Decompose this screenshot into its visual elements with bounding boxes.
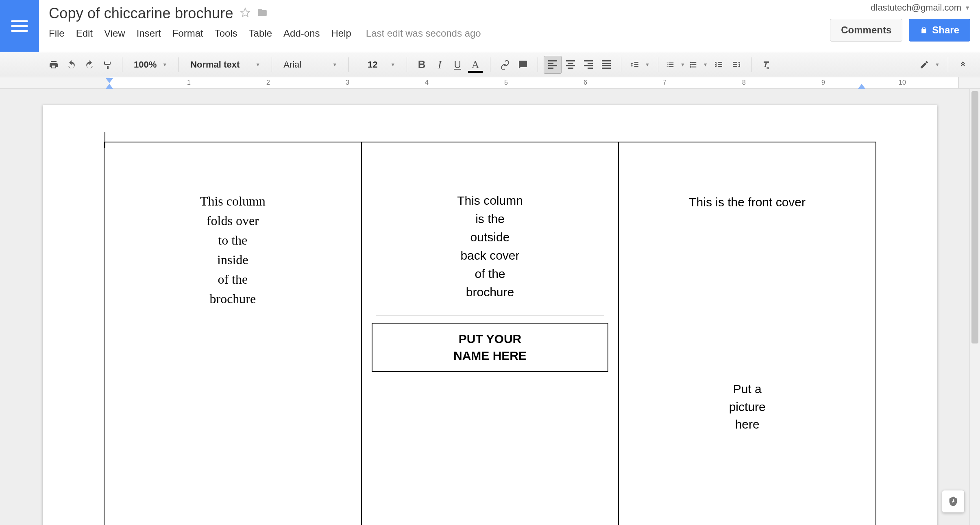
- caret-down-icon: ▼: [332, 62, 337, 68]
- ruler-label: 9: [821, 79, 825, 86]
- menu-edit[interactable]: Edit: [76, 28, 93, 39]
- insert-link-button[interactable]: [496, 56, 514, 74]
- menu-tools[interactable]: Tools: [215, 28, 237, 39]
- line-spacing-dropdown[interactable]: ▼: [627, 60, 652, 70]
- align-justify-icon: [602, 59, 611, 70]
- scrollbar-thumb[interactable]: [971, 91, 978, 343]
- header-main: Copy of chiccarine brochure File Edit Vi…: [39, 0, 980, 52]
- document-title[interactable]: Copy of chiccarine brochure: [49, 5, 233, 22]
- font-dropdown[interactable]: Arial ▼: [278, 59, 343, 70]
- ruler-label: 6: [584, 79, 587, 86]
- google-docs-app: Copy of chiccarine brochure File Edit Vi…: [0, 0, 980, 525]
- insert-comment-button[interactable]: [514, 56, 532, 74]
- font-size-dropdown[interactable]: 12 ▼: [355, 59, 401, 70]
- document-scroll-area[interactable]: This column folds over to the inside of …: [0, 89, 980, 525]
- lock-icon: [920, 25, 928, 35]
- menu-file[interactable]: File: [49, 28, 65, 39]
- toolbar-group-link-comment: [496, 52, 532, 77]
- col2-line: brochure: [372, 283, 609, 301]
- brochure-col2[interactable]: This column is the outside back cover of…: [362, 142, 619, 525]
- align-right-button[interactable]: [579, 56, 597, 74]
- col1-line: folds over: [114, 211, 351, 230]
- decrease-indent-button[interactable]: [710, 56, 727, 74]
- toolbar-separator: [621, 57, 621, 72]
- brochure-col3[interactable]: This is the front cover Put a picture he…: [618, 142, 876, 525]
- table-row: This column folds over to the inside of …: [104, 142, 876, 525]
- toolbar-group-lists: ▼ ▼: [664, 52, 745, 77]
- horizontal-ruler[interactable]: 1 2 3 4 5 6 7 8 9 10: [0, 77, 980, 89]
- paint-roller-icon: [102, 60, 112, 70]
- increase-indent-button[interactable]: [727, 56, 745, 74]
- toolbar-group-print-undo: [45, 52, 116, 77]
- col2-line: back cover: [372, 246, 609, 265]
- align-left-button[interactable]: [544, 56, 562, 74]
- caret-down-icon: ▼: [935, 62, 940, 68]
- align-center-button[interactable]: [562, 56, 579, 74]
- col1-line: to the: [114, 230, 351, 250]
- account-menu[interactable]: dlastutech@gmail.com ▼: [871, 2, 970, 13]
- bulleted-list-button[interactable]: ▼: [687, 60, 710, 69]
- main-menu-button[interactable]: [0, 0, 39, 52]
- share-button[interactable]: Share: [909, 19, 970, 42]
- text-color-button[interactable]: A: [466, 56, 484, 74]
- paint-format-button[interactable]: [98, 56, 116, 74]
- account-email: dlastutech@gmail.com: [871, 2, 961, 13]
- col1-text: This column folds over to the inside of …: [114, 191, 351, 308]
- comments-label: Comments: [841, 24, 891, 36]
- menu-help[interactable]: Help: [331, 28, 351, 39]
- redo-button[interactable]: [81, 56, 98, 74]
- align-left-icon: [548, 59, 557, 70]
- docs-header: Copy of chiccarine brochure File Edit Vi…: [0, 0, 980, 52]
- bold-button[interactable]: B: [413, 56, 431, 74]
- col1-line: This column: [114, 191, 351, 211]
- star-icon[interactable]: [240, 7, 250, 20]
- name-box[interactable]: PUT YOUR NAME HERE: [372, 323, 609, 372]
- toolbar-separator: [407, 57, 407, 72]
- col2-text: This column is the outside back cover of…: [372, 191, 609, 301]
- brochure-table[interactable]: This column folds over to the inside of …: [104, 142, 876, 525]
- mode-dropdown[interactable]: ▼: [917, 60, 942, 70]
- caret-down-icon: ▼: [965, 4, 970, 11]
- undo-icon: [67, 60, 76, 70]
- toolbar: 100% ▼ Normal text ▼ Arial ▼ 12 ▼ B I U …: [0, 52, 980, 77]
- menu-view[interactable]: View: [104, 28, 125, 39]
- vertical-scrollbar[interactable]: [969, 89, 980, 525]
- right-indent-marker[interactable]: [858, 84, 865, 89]
- collapse-toolbar-button[interactable]: [954, 56, 972, 74]
- explore-icon: [947, 496, 959, 507]
- print-button[interactable]: [45, 56, 63, 74]
- menu-table[interactable]: Table: [249, 28, 272, 39]
- caret-down-icon: ▼: [680, 62, 685, 68]
- paragraph-style-dropdown[interactable]: Normal text ▼: [185, 59, 266, 70]
- align-justify-button[interactable]: [597, 56, 615, 74]
- indent-icon: [732, 60, 741, 70]
- italic-button[interactable]: I: [431, 56, 449, 74]
- menu-insert[interactable]: Insert: [137, 28, 161, 39]
- comments-button[interactable]: Comments: [830, 19, 902, 42]
- folder-icon[interactable]: [257, 7, 268, 20]
- align-center-icon: [566, 59, 575, 70]
- undo-button[interactable]: [63, 56, 81, 74]
- underline-button[interactable]: U: [449, 56, 466, 74]
- header-right: dlastutech@gmail.com ▼ Comments Share: [830, 2, 970, 42]
- document-page[interactable]: This column folds over to the inside of …: [43, 105, 937, 525]
- left-indent-marker[interactable]: [106, 84, 113, 89]
- numbered-list-button[interactable]: ▼: [664, 60, 687, 69]
- color-bar: [468, 71, 483, 73]
- line-spacing-icon: [629, 60, 639, 70]
- explore-button[interactable]: [942, 490, 965, 513]
- menu-format[interactable]: Format: [172, 28, 203, 39]
- first-line-indent-marker[interactable]: [106, 78, 113, 83]
- menu-addons[interactable]: Add-ons: [283, 28, 320, 39]
- name-box-divider: [376, 315, 605, 315]
- col2-line: of the: [372, 265, 609, 283]
- clear-format-icon: [761, 60, 771, 70]
- bulleted-list-icon: [688, 60, 697, 69]
- brochure-col1[interactable]: This column folds over to the inside of …: [104, 142, 362, 525]
- numbered-list-icon: [666, 60, 675, 69]
- toolbar-separator: [948, 57, 948, 72]
- zoom-dropdown[interactable]: 100% ▼: [128, 59, 173, 70]
- name-box-line: PUT YOUR: [377, 331, 604, 348]
- clear-formatting-button[interactable]: [757, 56, 775, 74]
- outdent-icon: [714, 60, 723, 70]
